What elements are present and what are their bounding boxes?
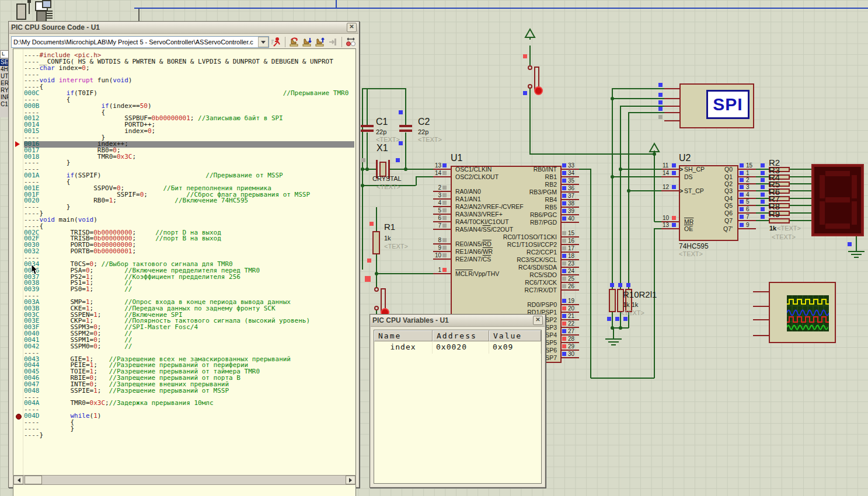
step-over-button[interactable] [288, 36, 300, 48]
wire[interactable] [756, 198, 769, 199]
pin-stub[interactable] [738, 228, 756, 229]
wire[interactable] [376, 254, 377, 274]
variables-column-header[interactable]: Value [489, 330, 541, 341]
wire[interactable] [629, 190, 661, 191]
step-out-button[interactable] [314, 36, 326, 48]
wire[interactable] [756, 176, 769, 177]
wire[interactable] [621, 169, 661, 170]
pin-stub[interactable] [664, 106, 679, 107]
wire[interactable] [362, 169, 377, 170]
toolbar-icon-fragment[interactable] [16, 4, 26, 20]
variables-table-header[interactable]: NameAddressValue [374, 330, 541, 341]
pin-stub[interactable] [661, 176, 679, 177]
pin-stub[interactable] [664, 88, 679, 89]
wire[interactable] [376, 273, 433, 274]
code-line[interactable]: 000C if(T0IF) //Прерывание TMR0 [24, 90, 354, 97]
pin-stub[interactable] [433, 273, 451, 274]
wire[interactable] [416, 176, 433, 177]
pushbutton-actuator[interactable] [534, 67, 539, 90]
code-line[interactable]: ---- } [24, 160, 354, 166]
close-icon[interactable]: ✕ [533, 316, 543, 325]
wire[interactable] [756, 212, 769, 214]
variable-row[interactable]: index0x00200x09 [374, 341, 541, 354]
code-line[interactable]: ----void interrupt fun(void) [24, 78, 354, 84]
capacitor-plate[interactable] [361, 125, 374, 127]
run-button[interactable] [270, 36, 282, 48]
pin-stub[interactable] [433, 229, 451, 230]
wire[interactable] [416, 176, 417, 186]
toolbar-icon-fragment[interactable] [36, 11, 47, 22]
pin-stub[interactable] [433, 259, 451, 260]
step-into-button[interactable] [301, 36, 313, 48]
toolbar-icon-fragment[interactable] [42, 0, 51, 8]
wire[interactable] [612, 98, 664, 99]
pushbutton-terminal[interactable] [528, 84, 532, 89]
breakpoint-icon[interactable] [16, 414, 22, 420]
wire[interactable] [578, 169, 591, 170]
variables-window-titlebar[interactable]: PIC CPU Variables - U1 ✕ [370, 315, 545, 327]
source-code-area[interactable]: ----#include <pic.h>----__CONFIG( HS & W… [13, 48, 356, 496]
code-line[interactable]: 0018 TMR0=0x3C; [24, 154, 354, 160]
wire[interactable] [790, 198, 813, 199]
scroll-left-icon[interactable] [13, 476, 23, 484]
rpack-resistor-body[interactable] [769, 218, 790, 223]
wire[interactable] [362, 88, 406, 89]
code-line[interactable]: ----} [24, 432, 354, 439]
spi-debugger[interactable]: SPI [679, 83, 754, 128]
pushbutton-cap[interactable] [535, 88, 542, 94]
code-line[interactable]: ----void main(void) [24, 217, 354, 223]
toolbar-icon-fragment[interactable] [47, 11, 53, 20]
wire[interactable] [367, 88, 368, 125]
code-line[interactable]: 0048 SSPIE=1; //Разрешение прерываний от… [24, 388, 354, 394]
toggle-breakpoint-button[interactable] [345, 36, 357, 48]
pin-stub[interactable] [562, 289, 579, 291]
variables-table[interactable]: NameAddressValue index0x00200x09 [374, 330, 542, 484]
code-line[interactable]: ----char index=0; [24, 65, 354, 72]
wire[interactable] [612, 88, 613, 289]
seven-segment-display[interactable] [811, 164, 864, 236]
scroll-thumb[interactable] [25, 476, 42, 484]
wire[interactable] [756, 183, 769, 184]
chevron-down-icon[interactable] [258, 37, 269, 47]
wire[interactable] [756, 169, 769, 170]
wire[interactable] [406, 169, 433, 170]
wire[interactable] [856, 235, 857, 251]
wire[interactable] [756, 190, 769, 191]
wire[interactable] [529, 153, 654, 155]
variables-column-header[interactable]: Name [374, 330, 433, 341]
pushbutton-terminal[interactable] [528, 65, 532, 70]
close-icon[interactable]: ✕ [347, 23, 357, 32]
pin-stub[interactable] [562, 357, 579, 358]
pin-stub[interactable] [433, 176, 451, 177]
wire[interactable] [405, 132, 406, 169]
wire[interactable] [654, 228, 661, 229]
pushbutton-terminal[interactable] [374, 306, 379, 310]
source-code-window[interactable]: PIC CPU Source Code - U1 ✕ D:\My Documen… [8, 21, 360, 488]
scroll-right-icon[interactable] [346, 476, 355, 484]
wire[interactable] [629, 112, 664, 113]
pin-stub[interactable] [753, 306, 769, 307]
wire[interactable] [654, 228, 655, 378]
code-line[interactable]: 0042 SSPM0=0; // [24, 344, 354, 350]
wire[interactable] [654, 151, 655, 222]
wire[interactable] [612, 312, 613, 328]
wire[interactable] [529, 88, 531, 154]
pin-stub[interactable] [753, 335, 769, 336]
toolbar-icon-fragment[interactable] [29, 1, 30, 14]
wire[interactable] [389, 169, 406, 170]
pin-stub[interactable] [562, 222, 579, 223]
toolbar-icon-fragment[interactable] [27, 0, 31, 3]
wire[interactable] [367, 132, 368, 169]
pin-stub[interactable] [753, 319, 769, 320]
pushbutton-terminal[interactable] [374, 287, 379, 292]
code-line[interactable]: 0039 PS0=1; // [24, 287, 354, 293]
capacitor-plate[interactable] [361, 130, 374, 132]
wire[interactable] [790, 205, 813, 206]
horizontal-scrollbar[interactable] [13, 475, 356, 485]
wire[interactable] [790, 220, 813, 221]
pin-stub[interactable] [661, 228, 679, 229]
code-line[interactable]: 0032 PORTB=0b00000001; [24, 249, 354, 255]
wire[interactable] [790, 190, 813, 191]
wire[interactable] [756, 220, 769, 221]
pin-stub[interactable] [664, 120, 679, 121]
